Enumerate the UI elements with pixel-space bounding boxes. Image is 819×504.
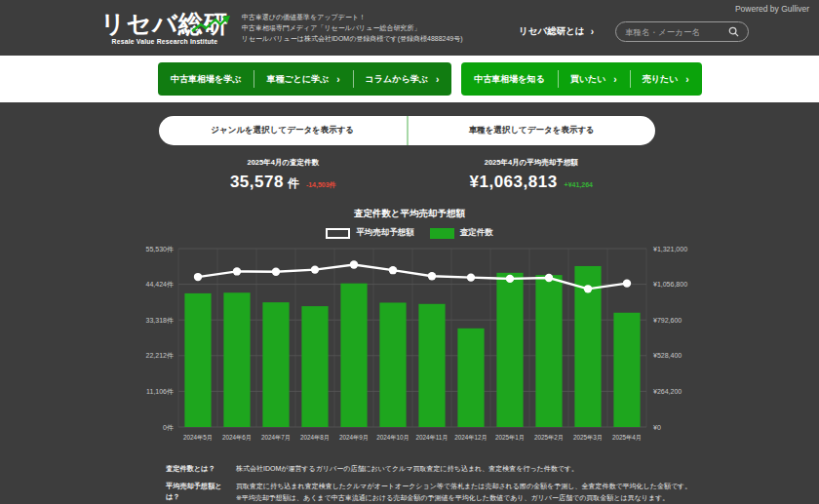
svg-text:2025年2月: 2025年2月 [534, 434, 564, 442]
tab-genre-select[interactable]: ジャンルを選択してデータを表示する [159, 116, 407, 145]
nav-item-label: 中古車相場を知る [474, 73, 544, 86]
svg-text:2024年7月: 2024年7月 [261, 434, 291, 442]
definition-description: 株式会社IDOMが運営するガリバーの店舗においてクルマ買取査定に持ち込まれ、査定… [236, 463, 578, 475]
definition-text: 買取査定に持ち込まれ査定検査したクルマがオートオークション等で落札または売却され… [236, 481, 691, 492]
about-link[interactable]: リセバ総研とは › [519, 25, 594, 38]
nav-group-learn: 中古車相場を学ぶ 車種ごとに学ぶ › コラムから学ぶ › [158, 62, 451, 96]
nav-item-by-model[interactable]: 車種ごとに学ぶ › [254, 62, 352, 96]
chevron-right-icon: › [336, 74, 339, 85]
stat-value: 35,578 件 -14,503件 [159, 173, 408, 192]
svg-text:2024年11月: 2024年11月 [415, 434, 448, 442]
stat-delta-badge: +¥41,264 [565, 181, 593, 188]
stat-delta-badge: -14,503件 [306, 180, 336, 190]
stat-unit: 件 [288, 175, 299, 192]
stat-number: 35,578 [230, 173, 284, 192]
search-box[interactable] [615, 21, 749, 42]
powered-by-label: Powered by Gulliver [735, 4, 809, 14]
svg-text:¥1,056,800: ¥1,056,800 [653, 281, 687, 288]
nav-item-label: 車種ごとに学ぶ [266, 73, 329, 86]
line-swatch-icon [326, 228, 350, 239]
svg-text:¥1,321,000: ¥1,321,000 [653, 246, 687, 252]
bar-swatch-icon [430, 228, 454, 239]
stat-average-price: 2025年4月の平均売却予想額 ¥1,063,813 +¥41,264 [408, 158, 656, 192]
definitions: 査定件数とは？ 株式会社IDOMが運営するガリバーの店舗においてクルマ買取査定に… [166, 463, 819, 504]
chevron-right-icon: › [436, 74, 439, 85]
definition-text: 株式会社IDOMが運営するガリバーの店舗においてクルマ買取査定に持ち込まれ、査定… [236, 463, 578, 475]
svg-text:2025年4月: 2025年4月 [612, 434, 642, 442]
svg-text:0件: 0件 [163, 424, 174, 432]
svg-text:2025年3月: 2025年3月 [573, 434, 603, 442]
svg-text:2024年6月: 2024年6月 [222, 434, 252, 442]
about-link-label: リセバ総研とは [519, 25, 585, 38]
chevron-right-icon: › [613, 74, 616, 85]
stat-label: 2025年4月の査定件数 [159, 158, 408, 168]
tagline-line: リセールバリューは株式会社IDOMの登録商標です(登録商標4888249号) [242, 33, 463, 44]
chart-title: 査定件数と平均売却予想額 [0, 208, 819, 220]
svg-text:33,318件: 33,318件 [146, 317, 174, 325]
nav-group-action: 中古車相場を知る 買いたい › 売りたい › [461, 62, 701, 96]
svg-text:22,212件: 22,212件 [146, 352, 174, 360]
stat-label: 2025年4月の平均売却予想額 [408, 158, 656, 168]
assessment-price-chart: 55,530件¥1,321,00044,424件¥1,056,80033,318… [130, 241, 715, 451]
nav-item-label: 買いたい [570, 73, 606, 86]
nav-item-label: 中古車相場を学ぶ [171, 73, 241, 86]
svg-text:2024年9月: 2024年9月 [339, 434, 369, 442]
search-input[interactable] [625, 27, 722, 37]
chevron-right-icon: › [685, 74, 688, 85]
nav-item-market-learn[interactable]: 中古車相場を学ぶ [158, 62, 254, 96]
logo-title: リセバ総研 [100, 11, 229, 36]
definition-row: 平均売却予想額とは？ 買取査定に持ち込まれ査定検査したクルマがオートオークション… [166, 481, 819, 504]
nav-item-label: コラムから学ぶ [366, 73, 428, 86]
legend-label: 査定件数 [460, 227, 493, 239]
svg-text:11,106件: 11,106件 [146, 388, 174, 396]
svg-text:¥0: ¥0 [653, 424, 661, 431]
svg-text:2024年5月: 2024年5月 [183, 434, 213, 442]
svg-text:55,530件: 55,530件 [146, 246, 174, 253]
stat-value: ¥1,063,813 +¥41,264 [408, 173, 656, 192]
svg-text:44,424件: 44,424件 [146, 281, 174, 289]
nav-item-market-know[interactable]: 中古車相場を知る [461, 62, 557, 96]
legend-label: 平均売却予想額 [356, 227, 414, 239]
definition-term: 査定件数とは？ [166, 463, 236, 475]
header-right: リセバ総研とは › [519, 21, 749, 42]
search-icon[interactable] [728, 26, 739, 37]
svg-text:2024年12月: 2024年12月 [454, 434, 488, 442]
nav-item-label: 売りたい [643, 73, 679, 86]
legend-item-bar: 査定件数 [430, 227, 493, 239]
logo-subtitle: Resale Value Research Institute [100, 38, 229, 45]
stat-number: ¥1,063,813 [470, 173, 558, 192]
nav-item-sell[interactable]: 売りたい › [630, 62, 702, 96]
data-view-tabs: ジャンルを選択してデータを表示する 車種を選択してデータを表示する [159, 116, 655, 145]
tagline-line: 中古車相場専門メディア「リセールバリュー総合研究所」 [242, 22, 463, 33]
chart-legend: 平均売却予想額 査定件数 [0, 227, 819, 239]
svg-text:¥264,200: ¥264,200 [653, 388, 682, 395]
definition-note: ※平均売却予想額は、あくまで中古車流通における売却金額の予測値を平均化した数値で… [236, 492, 691, 504]
svg-text:¥792,600: ¥792,600 [653, 317, 682, 324]
definition-row: 査定件数とは？ 株式会社IDOMが運営するガリバーの店舗においてクルマ買取査定に… [166, 463, 819, 475]
main-nav: 中古車相場を学ぶ 車種ごとに学ぶ › コラムから学ぶ › 中古車相場を知る 買い… [0, 56, 819, 102]
svg-text:2024年10月: 2024年10月 [376, 434, 410, 442]
site-header: リセバ総研 Resale Value Research Institute 中古… [0, 0, 819, 56]
definition-term: 平均売却予想額とは？ [166, 481, 236, 504]
definition-description: 買取査定に持ち込まれ査定検査したクルマがオートオークション等で落札または売却され… [236, 481, 691, 504]
tab-model-select[interactable]: 車種を選択してデータを表示する [407, 116, 656, 145]
main-content: ジャンルを選択してデータを表示する 車種を選択してデータを表示する 2025年4… [0, 102, 819, 504]
tagline-line: 中古車選びの価値基準をアップデート！ [242, 12, 463, 22]
svg-text:2025年1月: 2025年1月 [495, 434, 525, 442]
chevron-right-icon: › [591, 26, 594, 37]
nav-item-buy[interactable]: 買いたい › [558, 62, 630, 96]
stat-assessment-count: 2025年4月の査定件数 35,578 件 -14,503件 [159, 158, 408, 192]
svg-text:2024年8月: 2024年8月 [300, 434, 330, 442]
site-logo[interactable]: リセバ総研 Resale Value Research Institute [100, 11, 229, 45]
svg-text:¥528,400: ¥528,400 [653, 352, 682, 359]
header-tagline: 中古車選びの価値基準をアップデート！ 中古車相場専門メディア「リセールバリュー総… [242, 12, 463, 45]
stats-row: 2025年4月の査定件数 35,578 件 -14,503件 2025年4月の平… [159, 158, 655, 192]
legend-item-line: 平均売却予想額 [326, 227, 414, 239]
nav-item-columns[interactable]: コラムから学ぶ › [353, 62, 452, 96]
